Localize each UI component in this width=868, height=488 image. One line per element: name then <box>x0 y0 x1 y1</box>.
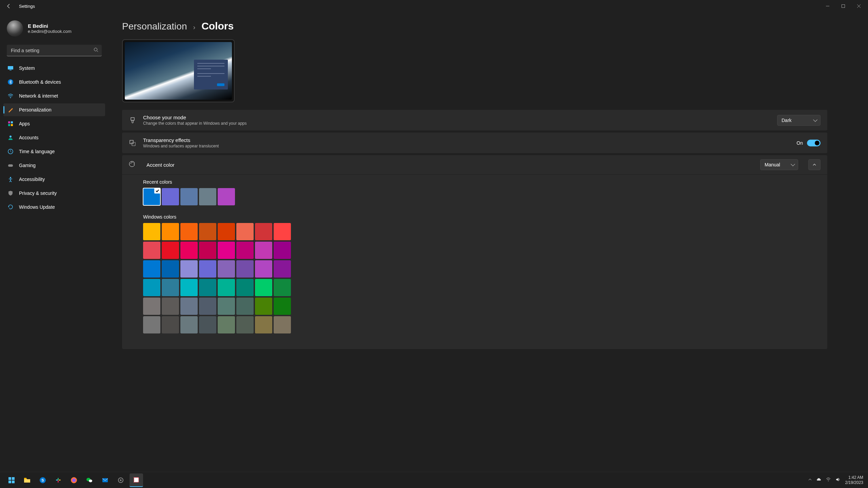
taskbar-firefox[interactable] <box>67 473 81 487</box>
windows-color-swatch[interactable] <box>180 223 198 240</box>
svg-point-19 <box>133 162 133 163</box>
nav-gaming[interactable]: Gaming <box>3 159 105 172</box>
windows-color-swatch[interactable] <box>180 279 198 296</box>
breadcrumb-parent[interactable]: Personalization <box>122 21 187 32</box>
windows-color-swatch[interactable] <box>218 242 235 259</box>
taskbar-skype[interactable]: S <box>36 473 50 487</box>
nav-accounts[interactable]: Accounts <box>3 131 105 144</box>
taskbar-mail[interactable] <box>98 473 112 487</box>
nav-accessibility[interactable]: Accessibility <box>3 173 105 186</box>
taskbar-file-explorer[interactable] <box>20 473 34 487</box>
recent-color-swatch[interactable] <box>199 188 216 205</box>
windows-color-swatch[interactable] <box>143 298 160 315</box>
windows-color-swatch[interactable] <box>162 260 179 278</box>
windows-color-swatch[interactable] <box>218 298 235 315</box>
minimize-button[interactable] <box>820 1 835 12</box>
nav-network[interactable]: Network & internet <box>3 89 105 102</box>
tray-volume-icon[interactable] <box>835 477 841 483</box>
windows-color-swatch[interactable] <box>236 298 254 315</box>
windows-color-swatch[interactable] <box>236 279 254 296</box>
taskbar-snipping-tool[interactable] <box>130 473 143 487</box>
windows-color-swatch[interactable] <box>199 298 216 315</box>
windows-color-swatch[interactable] <box>180 260 198 278</box>
windows-color-swatch[interactable] <box>255 316 272 333</box>
accent-mode-dropdown[interactable]: Manual <box>760 159 798 170</box>
recent-color-swatch[interactable] <box>218 188 235 205</box>
nav-bluetooth[interactable]: Bluetooth & devices <box>3 76 105 88</box>
windows-color-swatch[interactable] <box>274 298 291 315</box>
svg-rect-16 <box>132 142 135 146</box>
windows-color-swatch[interactable] <box>218 279 235 296</box>
windows-color-swatch[interactable] <box>274 316 291 333</box>
taskbar-settings[interactable] <box>114 473 127 487</box>
nav-time-language[interactable]: Time & language <box>3 145 105 158</box>
accent-collapse-button[interactable] <box>808 159 821 170</box>
windows-color-swatch[interactable] <box>274 260 291 278</box>
windows-color-swatch[interactable] <box>274 279 291 296</box>
windows-color-swatch[interactable] <box>255 298 272 315</box>
nav-personalization[interactable]: Personalization <box>3 103 105 116</box>
windows-color-swatch[interactable] <box>255 242 272 259</box>
nav-privacy[interactable]: Privacy & security <box>3 187 105 200</box>
windows-color-swatch[interactable] <box>143 260 160 278</box>
maximize-button[interactable] <box>835 1 851 12</box>
svg-rect-12 <box>8 164 13 167</box>
nav-system[interactable]: System <box>3 62 105 75</box>
windows-color-swatch[interactable] <box>162 242 179 259</box>
nav-label: Personalization <box>19 107 52 113</box>
windows-color-swatch[interactable] <box>143 279 160 296</box>
windows-color-swatch[interactable] <box>143 223 160 240</box>
transparency-toggle[interactable] <box>807 140 821 146</box>
recent-color-swatch[interactable] <box>143 188 160 205</box>
windows-color-swatch[interactable] <box>162 279 179 296</box>
tray-wifi-icon[interactable] <box>826 477 831 483</box>
taskbar-slack[interactable] <box>52 473 65 487</box>
windows-color-swatch[interactable] <box>162 223 179 240</box>
windows-color-swatch[interactable] <box>199 223 216 240</box>
update-icon <box>7 204 14 210</box>
windows-color-swatch[interactable] <box>255 279 272 296</box>
svg-point-10 <box>9 136 12 138</box>
windows-color-swatch[interactable] <box>199 316 216 333</box>
windows-color-swatch[interactable] <box>255 223 272 240</box>
back-button[interactable] <box>1 1 16 12</box>
windows-color-swatch[interactable] <box>143 242 160 259</box>
windows-color-swatch[interactable] <box>143 316 160 333</box>
search-input[interactable] <box>7 45 102 56</box>
close-button[interactable] <box>851 1 867 12</box>
svg-point-39 <box>828 481 829 481</box>
windows-color-swatch[interactable] <box>199 242 216 259</box>
accent-title: Accent color <box>146 162 753 168</box>
recent-color-swatch[interactable] <box>162 188 179 205</box>
windows-color-swatch[interactable] <box>274 223 291 240</box>
windows-color-swatch[interactable] <box>236 223 254 240</box>
windows-color-swatch[interactable] <box>180 316 198 333</box>
windows-color-swatch[interactable] <box>199 260 216 278</box>
windows-color-swatch[interactable] <box>236 260 254 278</box>
chevron-up-icon <box>812 163 816 167</box>
windows-color-swatch[interactable] <box>180 298 198 315</box>
recent-color-swatch[interactable] <box>180 188 198 205</box>
windows-color-swatch[interactable] <box>162 316 179 333</box>
windows-color-swatch[interactable] <box>218 223 235 240</box>
mode-dropdown[interactable]: Dark <box>777 115 821 126</box>
windows-color-swatch[interactable] <box>236 242 254 259</box>
nav-windows-update[interactable]: Windows Update <box>3 201 105 214</box>
windows-color-swatch[interactable] <box>162 298 179 315</box>
windows-color-swatch[interactable] <box>218 316 235 333</box>
nav-apps[interactable]: Apps <box>3 117 105 130</box>
tray-onedrive-icon[interactable] <box>816 477 822 483</box>
globe-clock-icon <box>7 148 14 155</box>
start-button[interactable] <box>5 473 18 487</box>
windows-color-swatch[interactable] <box>236 316 254 333</box>
user-profile[interactable]: E Bedini e.bedini@outlook.com <box>0 16 108 43</box>
windows-color-swatch[interactable] <box>218 260 235 278</box>
taskbar-wechat[interactable] <box>83 473 96 487</box>
windows-color-swatch[interactable] <box>255 260 272 278</box>
taskbar-clock[interactable]: 1:42 AM 2/19/2023 <box>845 475 863 485</box>
windows-color-swatch[interactable] <box>199 279 216 296</box>
windows-color-swatch[interactable] <box>180 242 198 259</box>
folder-icon <box>23 476 31 484</box>
tray-overflow-icon[interactable] <box>808 477 812 483</box>
windows-color-swatch[interactable] <box>274 242 291 259</box>
